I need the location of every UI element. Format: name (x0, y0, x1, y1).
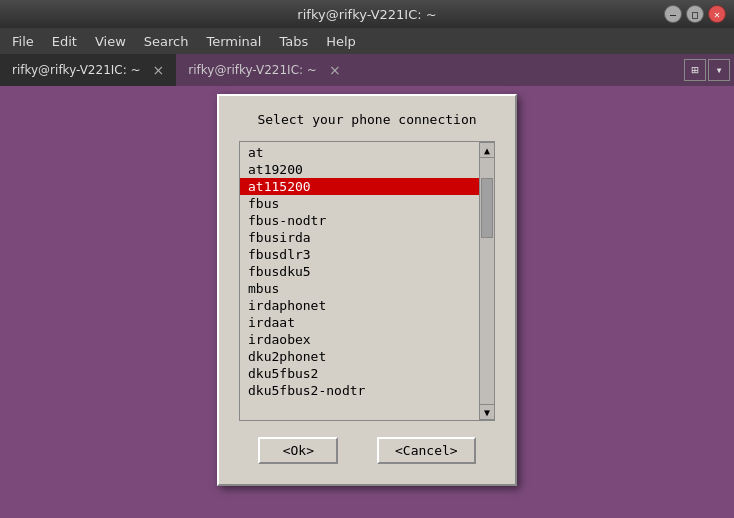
menu-search[interactable]: Search (136, 31, 197, 52)
ok-button[interactable]: <Ok> (258, 437, 338, 464)
dialog: Select your phone connection at at19200 … (217, 94, 517, 486)
tab-inactive[interactable]: rifky@rifky-V221IC: ~ × (176, 54, 376, 86)
tab-active-label: rifky@rifky-V221IC: ~ (12, 63, 141, 77)
window-controls: — □ ✕ (664, 5, 726, 23)
close-button[interactable]: ✕ (708, 5, 726, 23)
menu-terminal[interactable]: Terminal (198, 31, 269, 52)
title-bar: rifky@rifky-V221IC: ~ — □ ✕ (0, 0, 734, 28)
maximize-button[interactable]: □ (686, 5, 704, 23)
tab-inactive-label: rifky@rifky-V221IC: ~ (188, 63, 317, 77)
list-item[interactable]: dku5fbus2-nodtr (240, 382, 479, 399)
scroll-up-arrow[interactable]: ▲ (479, 142, 495, 158)
list-item[interactable]: fbusirda (240, 229, 479, 246)
tab-right-controls: ⊞ ▾ (684, 54, 734, 86)
dialog-backdrop: Select your phone connection at at19200 … (0, 86, 734, 518)
menu-bar: File Edit View Search Terminal Tabs Help (0, 28, 734, 54)
list-item[interactable]: fbusdku5 (240, 263, 479, 280)
title-bar-text: rifky@rifky-V221IC: ~ (297, 7, 436, 22)
tab-inactive-close[interactable]: × (329, 62, 341, 78)
list-item[interactable]: dku2phonet (240, 348, 479, 365)
tab-active[interactable]: rifky@rifky-V221IC: ~ × (0, 54, 176, 86)
tab-bar: rifky@rifky-V221IC: ~ × rifky@rifky-V221… (0, 54, 734, 86)
dialog-title: Select your phone connection (239, 112, 495, 127)
menu-help[interactable]: Help (318, 31, 364, 52)
minimize-button[interactable]: — (664, 5, 682, 23)
list-item-selected[interactable]: at115200 (240, 178, 479, 195)
menu-edit[interactable]: Edit (44, 31, 85, 52)
scroll-track[interactable] (480, 158, 494, 404)
list-item[interactable]: mbus (240, 280, 479, 297)
list-item[interactable]: irdaobex (240, 331, 479, 348)
tab-active-close[interactable]: × (153, 62, 165, 78)
scroll-thumb[interactable] (481, 178, 493, 238)
menu-tabs[interactable]: Tabs (271, 31, 316, 52)
menu-view[interactable]: View (87, 31, 134, 52)
new-tab-button[interactable]: ⊞ (684, 59, 706, 81)
cancel-button[interactable]: <Cancel> (377, 437, 476, 464)
dialog-list[interactable]: at at19200 at115200 fbus fbus-nodtr fbus… (239, 141, 479, 421)
dialog-buttons: <Ok> <Cancel> (239, 437, 495, 464)
list-item[interactable]: at (240, 144, 479, 161)
scroll-down-arrow[interactable]: ▼ (479, 404, 495, 420)
scrollbar[interactable]: ▲ ▼ (479, 141, 495, 421)
list-item[interactable]: at19200 (240, 161, 479, 178)
list-item[interactable]: irdaat (240, 314, 479, 331)
list-item[interactable]: fbus (240, 195, 479, 212)
menu-file[interactable]: File (4, 31, 42, 52)
dialog-list-container: at at19200 at115200 fbus fbus-nodtr fbus… (239, 141, 495, 421)
list-item[interactable]: irdaphonet (240, 297, 479, 314)
list-item[interactable]: fbus-nodtr (240, 212, 479, 229)
tab-menu-button[interactable]: ▾ (708, 59, 730, 81)
list-item[interactable]: fbusdlr3 (240, 246, 479, 263)
list-item[interactable]: dku5fbus2 (240, 365, 479, 382)
